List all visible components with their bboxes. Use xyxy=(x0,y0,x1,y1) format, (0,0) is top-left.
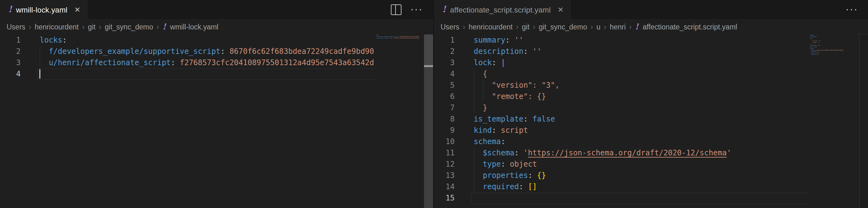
code-line-9: 9kind: script xyxy=(434,125,868,136)
tab-label: wmill-lock.yaml xyxy=(16,6,67,15)
line-number: 4 xyxy=(434,68,455,80)
code-line-12: 12 type: object xyxy=(434,158,868,170)
breadcrumb-separator-icon: › xyxy=(604,23,606,31)
yaml-file-icon: ! xyxy=(635,23,639,31)
line-number: 8 xyxy=(434,113,455,125)
line-number: 15 xyxy=(434,192,455,204)
line-number: 10 xyxy=(434,136,455,147)
indent-guide xyxy=(474,102,474,113)
yaml-file-icon: ! xyxy=(442,5,446,14)
scrollbar-thumb[interactable] xyxy=(424,34,433,65)
code-line-3: 3lock: | xyxy=(434,57,868,68)
line-number: 5 xyxy=(434,80,455,91)
breadcrumb-item-git[interactable]: git xyxy=(88,23,95,31)
minimap[interactable]: locks: f/developers_example/supportive_s… xyxy=(375,34,424,208)
indent-guide xyxy=(474,158,474,170)
line-number: 1 xyxy=(0,34,21,46)
vertical-scrollbar[interactable] xyxy=(859,34,868,208)
breadcrumb-file[interactable]: affectionate_script.script.yaml xyxy=(643,23,737,31)
code-line-3: 3 u/henri/affectionate_script: f2768573c… xyxy=(0,57,433,68)
breadcrumb-item-Users[interactable]: Users xyxy=(6,23,25,31)
breadcrumb-separator-icon: › xyxy=(533,23,535,31)
code-line-4: 4 { xyxy=(434,68,868,80)
close-tab-icon[interactable]: ✕ xyxy=(558,6,563,14)
indent-guide xyxy=(474,91,474,102)
indent-guide xyxy=(40,46,40,57)
tab-bar-right: ! affectionate_script.script.yaml ✕ ··· xyxy=(434,0,868,20)
split-editor-icon-divider xyxy=(395,5,396,15)
breadcrumb-file[interactable]: wmill-lock.yaml xyxy=(170,23,219,31)
code-line-4: 4 xyxy=(0,68,433,80)
code-line-1: 1summary: '' xyxy=(434,34,868,46)
overview-ruler-cursor-marker xyxy=(424,65,433,67)
code-line-5: 5 "version": "3", xyxy=(434,80,868,91)
editor-surface[interactable]: 1summary: ''2description: ''3lock: |4 {5… xyxy=(434,34,868,208)
editor-actions: ··· xyxy=(842,0,868,20)
breadcrumb-item-git_sync_demo[interactable]: git_sync_demo xyxy=(539,23,587,31)
breadcrumb-separator-icon: › xyxy=(463,23,465,31)
breadcrumb: Users›henricourdent›git›git_sync_demo›u›… xyxy=(434,20,868,34)
code-area: 1summary: ''2description: ''3lock: |4 {5… xyxy=(434,34,868,204)
split-editor-icon[interactable] xyxy=(391,4,401,15)
indent-guide xyxy=(474,147,474,158)
text-cursor xyxy=(39,69,40,79)
breadcrumb-separator-icon: › xyxy=(591,23,593,31)
editor-actions: ··· xyxy=(388,0,433,20)
tab-label: affectionate_script.script.yaml xyxy=(450,6,551,15)
indent-guide xyxy=(483,91,483,102)
breadcrumb-item-git_sync_demo[interactable]: git_sync_demo xyxy=(105,23,153,31)
code-line-2: 2 f/developers_example/supportive_script… xyxy=(0,46,433,57)
editor-group-right: ! affectionate_script.script.yaml ✕ ··· … xyxy=(433,0,868,208)
breadcrumb-separator-icon: › xyxy=(629,23,631,31)
code-line-10: 10schema: xyxy=(434,136,868,147)
tab-strip-filler xyxy=(571,0,842,20)
more-actions-icon[interactable]: ··· xyxy=(410,3,423,14)
code-area: 1locks:2 f/developers_example/supportive… xyxy=(0,34,433,80)
line-number: 3 xyxy=(434,57,455,68)
line-number: 2 xyxy=(0,46,21,57)
tab-wmill-lock-yaml[interactable]: ! wmill-lock.yaml ✕ xyxy=(0,0,88,20)
breadcrumb-separator-icon: › xyxy=(99,23,101,31)
breadcrumb-item-Users[interactable]: Users xyxy=(440,23,459,31)
minimap-content: locks: f/developers_example/supportive_s… xyxy=(375,34,424,41)
breadcrumb-item-henri[interactable]: henri xyxy=(610,23,626,31)
minimap-content: summary: ''description: ''lock: | { "ver… xyxy=(810,34,859,57)
code-line-1: 1locks: xyxy=(0,34,433,46)
indent-guide xyxy=(483,80,483,91)
line-number: 11 xyxy=(434,147,455,158)
line-number: 2 xyxy=(434,46,455,57)
tab-strip-filler xyxy=(88,0,388,20)
indent-guide xyxy=(474,181,474,192)
breadcrumb-item-henricourdent[interactable]: henricourdent xyxy=(35,23,79,31)
indent-guide xyxy=(40,57,40,68)
close-tab-icon[interactable]: ✕ xyxy=(74,6,80,14)
tab-affectionate-script-yaml[interactable]: ! affectionate_script.script.yaml ✕ xyxy=(434,0,571,20)
breadcrumb-item-u[interactable]: u xyxy=(596,23,600,31)
breadcrumb-item-git[interactable]: git xyxy=(522,23,529,31)
yaml-file-icon: ! xyxy=(8,5,12,14)
line-number: 7 xyxy=(434,102,455,113)
editor-surface[interactable]: 1locks:2 f/developers_example/supportive… xyxy=(0,34,433,208)
breadcrumb-separator-icon: › xyxy=(29,23,31,31)
code-line-11: 11 $schema: 'https://json-schema.org/dra… xyxy=(434,147,868,158)
minimap[interactable]: summary: ''description: ''lock: | { "ver… xyxy=(810,34,859,208)
line-number: 1 xyxy=(434,34,455,46)
code-line-2: 2description: '' xyxy=(434,46,868,57)
vertical-scrollbar[interactable] xyxy=(424,34,433,208)
more-actions-icon[interactable]: ··· xyxy=(845,3,858,14)
line-number: 13 xyxy=(434,170,455,181)
code-line-14: 14 required: [] xyxy=(434,181,868,192)
editor-group-left: ! wmill-lock.yaml ✕ ··· Users›henricourd… xyxy=(0,0,433,208)
breadcrumb-separator-icon: › xyxy=(516,23,519,31)
code-line-13: 13 properties: {} xyxy=(434,170,868,181)
line-number: 4 xyxy=(0,68,21,80)
line-number: 14 xyxy=(434,181,455,192)
vscode-editor-window: ! wmill-lock.yaml ✕ ··· Users›henricourd… xyxy=(0,0,868,208)
breadcrumb-separator-icon: › xyxy=(82,23,85,31)
breadcrumb-item-henricourdent[interactable]: henricourdent xyxy=(469,23,513,31)
code-line-6: 6 "remote": {} xyxy=(434,91,868,102)
code-line-8: 8is_template: false xyxy=(434,113,868,125)
breadcrumb: Users›henricourdent›git›git_sync_demo›!w… xyxy=(0,20,433,34)
tab-bar-left: ! wmill-lock.yaml ✕ ··· xyxy=(0,0,433,20)
indent-guide xyxy=(474,68,474,80)
